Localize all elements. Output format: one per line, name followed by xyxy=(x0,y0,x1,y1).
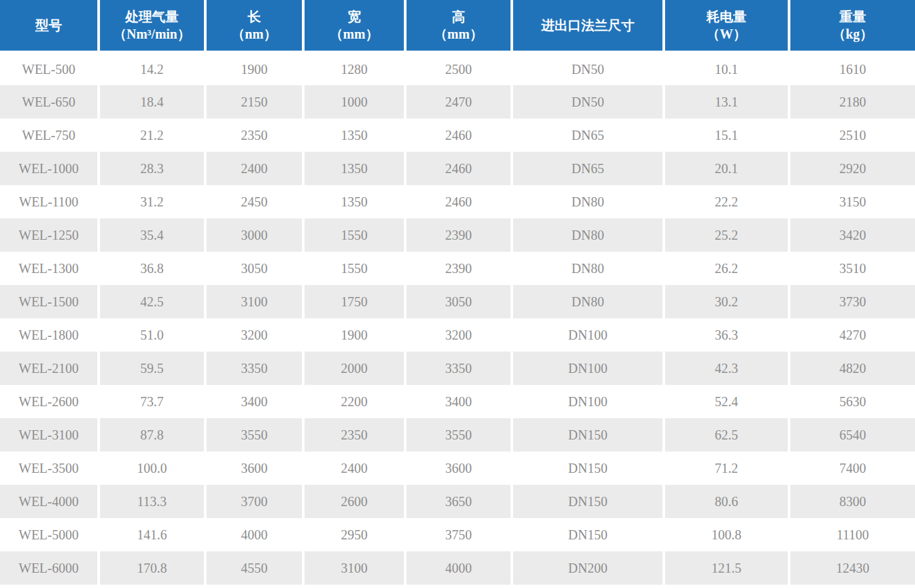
table-cell: DN150 xyxy=(512,451,664,485)
table-cell: DN80 xyxy=(512,185,664,218)
table-cell: 2390 xyxy=(405,252,512,285)
table-cell: 2180 xyxy=(789,85,915,119)
table-cell: DN150 xyxy=(512,518,664,551)
table-cell: 3700 xyxy=(205,485,303,518)
table-cell: 3550 xyxy=(205,418,303,451)
table-cell: 80.6 xyxy=(664,485,789,518)
table-cell: WEL-5000 xyxy=(0,518,99,551)
table-cell: 26.2 xyxy=(664,252,789,285)
table-cell: 3150 xyxy=(789,185,915,218)
table-cell: 18.4 xyxy=(99,85,205,119)
table-cell: WEL-1800 xyxy=(0,318,99,352)
table-row: WEL-75021.2235013502460DN6515.12510 xyxy=(0,119,915,152)
table-cell: 3600 xyxy=(205,451,303,485)
column-header-height: 高 （mm） xyxy=(405,0,512,52)
table-cell: 100.0 xyxy=(99,451,205,485)
spec-table-header: 型号 处理气量 （Nm³/min） 长 （nm） 宽 （mm） 高 （mm xyxy=(0,0,915,52)
table-cell: 3350 xyxy=(405,352,512,385)
column-label: 宽 xyxy=(305,8,404,25)
table-cell: 2350 xyxy=(303,418,405,451)
table-row: WEL-50014.2190012802500DN5010.11610 xyxy=(0,52,915,85)
spec-table-body: WEL-50014.2190012802500DN5010.11610WEL-6… xyxy=(0,52,915,585)
table-cell: DN80 xyxy=(512,218,664,252)
table-row: WEL-310087.8355023503550DN15062.56540 xyxy=(0,418,915,451)
column-label: 高 xyxy=(407,8,510,25)
table-row: WEL-130036.8305015502390DN8026.23510 xyxy=(0,252,915,285)
table-cell: 2460 xyxy=(405,152,512,185)
table-cell: WEL-1100 xyxy=(0,185,99,218)
column-header-length: 长 （nm） xyxy=(205,0,303,52)
column-unit: （mm） xyxy=(407,25,510,43)
table-cell: 1350 xyxy=(303,119,405,152)
table-cell: 1280 xyxy=(303,52,405,85)
table-cell: WEL-2100 xyxy=(0,352,99,385)
table-cell: 141.6 xyxy=(99,518,205,551)
table-row: WEL-125035.4300015502390DN8025.23420 xyxy=(0,218,915,252)
product-spec-table: 型号 处理气量 （Nm³/min） 长 （nm） 宽 （mm） 高 （mm xyxy=(0,0,915,585)
table-cell: WEL-1250 xyxy=(0,218,99,252)
table-cell: DN50 xyxy=(512,85,664,119)
table-cell: 3400 xyxy=(405,385,512,418)
table-cell: 3750 xyxy=(405,518,512,551)
table-cell: 5630 xyxy=(789,385,915,418)
table-cell: 11100 xyxy=(789,518,915,551)
table-cell: 28.3 xyxy=(99,152,205,185)
table-cell: 10.1 xyxy=(664,52,789,85)
table-cell: 3420 xyxy=(789,218,915,252)
table-row: WEL-180051.0320019003200DN10036.34270 xyxy=(0,318,915,352)
table-cell: 4550 xyxy=(205,551,303,585)
header-row: 型号 处理气量 （Nm³/min） 长 （nm） 宽 （mm） 高 （mm xyxy=(0,0,915,52)
table-row: WEL-100028.3240013502460DN6520.12920 xyxy=(0,152,915,185)
table-cell: 1900 xyxy=(205,52,303,85)
table-cell: 2950 xyxy=(303,518,405,551)
table-cell: 42.5 xyxy=(99,285,205,318)
table-cell: 52.4 xyxy=(664,385,789,418)
table-cell: 3600 xyxy=(405,451,512,485)
table-row: WEL-65018.4215010002470DN5013.12180 xyxy=(0,85,915,119)
table-cell: 62.5 xyxy=(664,418,789,451)
table-cell: DN50 xyxy=(512,52,664,85)
table-cell: 4000 xyxy=(405,551,512,585)
table-cell: 2510 xyxy=(789,119,915,152)
table-cell: DN65 xyxy=(512,152,664,185)
table-cell: WEL-500 xyxy=(0,52,99,85)
table-cell: 2450 xyxy=(205,185,303,218)
column-header-weight: 重量 （kg） xyxy=(789,0,915,52)
table-cell: 2460 xyxy=(405,119,512,152)
table-cell: DN80 xyxy=(512,285,664,318)
table-cell: DN80 xyxy=(512,252,664,285)
table-cell: 100.8 xyxy=(664,518,789,551)
column-unit: （Nm³/min） xyxy=(100,25,204,43)
table-cell: 3200 xyxy=(205,318,303,352)
table-row: WEL-6000170.8455031004000DN200121.512430 xyxy=(0,551,915,585)
column-unit: （nm） xyxy=(207,25,302,43)
table-cell: 113.3 xyxy=(99,485,205,518)
table-cell: 6540 xyxy=(789,418,915,451)
table-cell: 14.2 xyxy=(99,52,205,85)
table-cell: 2470 xyxy=(405,85,512,119)
table-cell: 8300 xyxy=(789,485,915,518)
table-cell: 4000 xyxy=(205,518,303,551)
table-cell: DN200 xyxy=(512,551,664,585)
table-cell: 3350 xyxy=(205,352,303,385)
table-cell: WEL-650 xyxy=(0,85,99,119)
table-row: WEL-110031.2245013502460DN8022.23150 xyxy=(0,185,915,218)
table-cell: 21.2 xyxy=(99,119,205,152)
table-cell: 121.5 xyxy=(664,551,789,585)
table-cell: 36.8 xyxy=(99,252,205,285)
table-cell: 36.3 xyxy=(664,318,789,352)
table-cell: WEL-6000 xyxy=(0,551,99,585)
table-cell: 2920 xyxy=(789,152,915,185)
table-cell: 3050 xyxy=(205,252,303,285)
table-cell: WEL-4000 xyxy=(0,485,99,518)
table-cell: 51.0 xyxy=(99,318,205,352)
table-cell: 3650 xyxy=(405,485,512,518)
table-cell: 1750 xyxy=(303,285,405,318)
column-label: 进出口法兰尺寸 xyxy=(513,17,662,34)
column-label: 长 xyxy=(207,8,302,25)
table-row: WEL-260073.7340022003400DN10052.45630 xyxy=(0,385,915,418)
table-cell: 3050 xyxy=(405,285,512,318)
page: 型号 处理气量 （Nm³/min） 长 （nm） 宽 （mm） 高 （mm xyxy=(0,0,915,588)
table-cell: 2600 xyxy=(303,485,405,518)
table-cell: 13.1 xyxy=(664,85,789,119)
